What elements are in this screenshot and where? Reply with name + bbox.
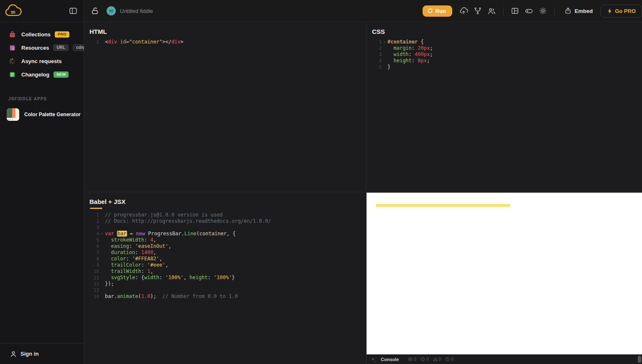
app-label: Color Palette Generator [24,112,81,117]
counter-value: 0 [414,357,416,361]
tab-babel-jsx[interactable]: Babel + JSX [84,193,366,205]
code-line: 1<div id="container"></div> [84,39,366,45]
fold-marker-icon[interactable]: ▾ [382,39,387,45]
console-bar[interactable]: >_ Console 0 0 0 [367,354,642,364]
info-circle-icon [445,357,450,361]
sidebar: ∞ Collections PRO [0,0,84,364]
collections-icon [8,31,16,38]
progress-bar [376,204,510,207]
html-editor[interactable]: 1<div id="container"></div> [84,39,366,45]
sun-icon [539,7,547,15]
toggle-switch-icon [525,7,533,15]
code-line: 10 trailWidth: 1, [84,268,366,275]
active-tab-indicator [90,208,102,209]
collaborate-button[interactable] [487,7,496,15]
warning-triangle-icon [433,357,438,361]
refresh-icon [427,8,433,14]
svg-text:∞: ∞ [10,8,15,16]
code-line: 6 easing: 'easeInOut', [84,243,366,249]
cloud-upload-icon [459,7,468,15]
code-line: 2 margin: 20px; [367,45,642,51]
console-counter-info: 0 [445,357,453,361]
console-counter-errors: 0 [408,357,416,361]
console-counter-warnings: 0 [420,357,429,361]
code-line: 13 [84,287,366,293]
preview-toggle-button[interactable] [525,7,533,15]
code-line: 4▾var bar = new ProgressBar.Line(contain… [84,231,366,237]
url-badge: URL [53,44,69,51]
privacy-lock-button[interactable] [91,7,99,15]
save-button[interactable] [459,7,468,15]
js-editor[interactable]: 1// progressbar.js@1.0.0 version is used… [84,212,366,300]
run-button[interactable]: Run [423,5,452,17]
css-editor[interactable]: 1▾#container {2 margin: 20px;3 width: 40… [367,39,642,70]
users-icon [487,7,496,15]
toolbar-divider [503,7,504,15]
scrollbar-thumb[interactable] [638,356,641,363]
unlock-icon [91,7,99,15]
layout-icon [511,7,519,15]
code-line: 9 trailColor: '#eee', [84,262,366,268]
run-label: Run [436,8,446,14]
fork-button[interactable] [474,7,482,15]
code-line: 5} [367,64,642,70]
code-line: 3 [84,224,366,231]
code-line: 3 width: 400px; [367,51,642,58]
counter-value: 0 [426,357,429,361]
resources-icon [8,44,16,52]
sign-in-label: Sign in [20,351,38,357]
sidebar-header: ∞ [0,0,84,22]
sign-in-button[interactable]: Sign in [0,343,84,364]
toolbar: Run [423,5,642,18]
sidebar-item-resources[interactable]: Resources URL cdnjs 1 [0,41,84,54]
code-line: 14bar.animate(1.0); // Number from 0.0 t… [84,293,366,300]
user-icon [10,351,17,357]
embed-button[interactable]: Embed [564,7,593,15]
cloud-infinity-logo-icon: ∞ [4,3,22,18]
sidebar-apps-header: JSFIDDLE APPS [8,97,84,101]
css-panel-title: CSS [367,23,642,35]
toolbar-divider [554,7,555,15]
html-panel: HTML 1<div id="container"></div> [84,23,367,192]
fork-icon [474,7,482,15]
code-line: 11 svgStyle: {width: '100%', height: '10… [84,275,366,281]
sidebar-item-label: Collections [21,31,51,38]
sidebar-item-label: Changelog [21,71,49,78]
avatar[interactable]: KI [107,6,116,15]
sidebar-item-color-palette-generator[interactable]: Color Palette Generator [7,108,84,121]
code-line: 7 duration: 1400, [84,249,366,256]
counter-value: 0 [451,357,453,361]
theme-button[interactable] [539,7,547,15]
sidebar-item-changelog[interactable]: Changelog NEW [0,68,84,81]
code-line: 1// progressbar.js@1.0.0 version is used [84,212,366,218]
sidebar-nav: Collections PRO Resources URL cdnjs 1 [0,22,84,81]
error-circle-icon [408,357,413,361]
fiddle-title-input[interactable]: Untitled fiddle [120,8,153,14]
go-pro-button[interactable]: Go PRO [601,5,642,18]
async-requests-icon [8,57,16,65]
jsfiddle-app: ∞ Collections PRO [0,0,642,364]
js-panel: Babel + JSX 1// progressbar.js@1.0.0 ver… [84,193,367,364]
sidebar-item-async-requests[interactable]: Async requests [0,54,84,68]
new-badge: NEW [54,71,69,78]
sidebar-toggle-button[interactable] [69,6,78,15]
code-line: 2// Docs: http://progressbarjs.readthedo… [84,218,366,224]
fold-marker-icon[interactable]: ▾ [99,231,105,237]
code-line: 4 height: 8px; [367,58,642,64]
code-line: 1▾#container { [367,39,642,45]
jsfiddle-logo[interactable]: ∞ [4,3,22,18]
changelog-icon [8,71,16,79]
sidebar-item-label: Resources [21,45,49,51]
sidebar-item-collections[interactable]: Collections PRO [0,28,84,41]
console-counter-alerts: 0 [433,357,441,361]
result-panel: >_ Console 0 0 0 [367,193,642,364]
code-line: 12}); [84,281,366,287]
layout-button[interactable] [511,7,519,15]
console-prompt-icon: >_ [372,357,377,361]
console-label: Console [381,357,399,362]
pro-badge: PRO [55,31,69,38]
embed-label: Embed [575,8,593,14]
counter-value: 0 [439,357,441,361]
code-line: 8 color: '#FFEA82', [84,256,366,262]
html-panel-title: HTML [84,23,366,35]
